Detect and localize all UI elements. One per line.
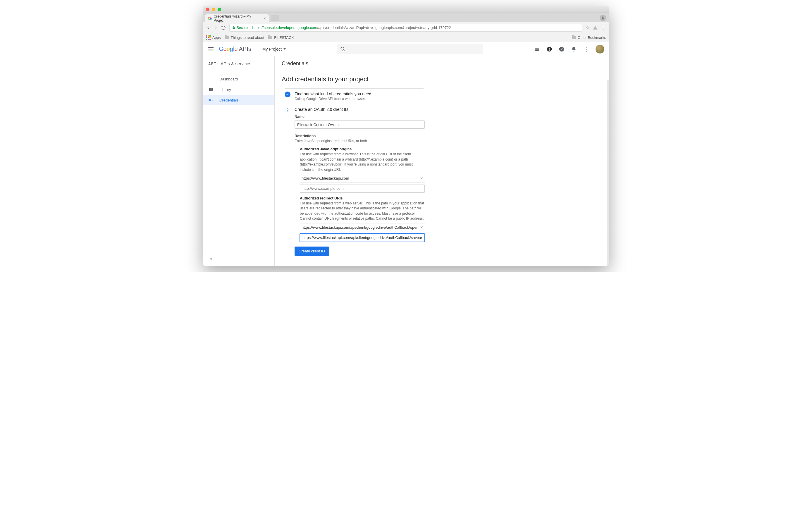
sidebar-item-dashboard[interactable]: Dashboard <box>203 74 274 84</box>
overflow-icon[interactable]: ⋮ <box>583 46 589 52</box>
svg-rect-10 <box>209 88 210 91</box>
svg-rect-6 <box>549 48 550 50</box>
svg-point-14 <box>209 99 211 101</box>
user-avatar[interactable] <box>596 45 604 54</box>
sidebar-item-label: Credentials <box>219 98 239 102</box>
step2-title: Create an OAuth 2.0 client ID <box>294 107 425 112</box>
project-name: My Project <box>262 47 282 51</box>
window-close-icon[interactable] <box>206 8 209 11</box>
nav-forward-icon[interactable] <box>213 25 218 30</box>
console-header: Google APIs My Project ? ⋮ <box>203 42 609 56</box>
search-icon <box>340 47 345 52</box>
scrollbar[interactable] <box>607 80 609 266</box>
page-heading: Add credentials to your project <box>282 75 602 83</box>
origin-input[interactable] <box>300 185 425 193</box>
step-number: 2 <box>285 107 290 113</box>
search-input[interactable] <box>337 44 483 54</box>
svg-rect-1 <box>535 48 537 49</box>
key-icon <box>208 98 213 102</box>
address-bar[interactable]: Secure | https://console.developers.goog… <box>229 24 582 32</box>
window-minimize-icon[interactable] <box>212 8 215 11</box>
svg-rect-12 <box>211 88 212 91</box>
bookmark-folder-filestack[interactable]: FILESTACK <box>268 36 294 40</box>
window-zoom-icon[interactable] <box>218 8 221 11</box>
svg-rect-11 <box>210 88 211 91</box>
google-favicon-icon <box>208 17 212 21</box>
svg-rect-3 <box>535 50 537 51</box>
hamburger-menu-icon[interactable] <box>208 47 213 51</box>
bookmark-other-label: Other Bookmarks <box>578 36 606 40</box>
redirect-entry-row: https://www.filestackapi.com/api/client/… <box>300 223 425 232</box>
name-input[interactable] <box>294 121 425 129</box>
svg-rect-4 <box>537 50 540 51</box>
extension-icon[interactable] <box>593 25 598 30</box>
url-host: https://console.developers.google.com <box>252 25 317 30</box>
dashboard-icon <box>208 77 213 81</box>
page-title: Credentials <box>275 56 609 71</box>
wizard-step-1: Find out what kind of credentials you ne… <box>285 88 423 104</box>
sidebar-item-label: Dashboard <box>219 77 238 81</box>
bookmark-apps[interactable]: Apps <box>206 35 221 40</box>
restrictions-label: Restrictions <box>294 134 425 138</box>
name-label: Name <box>294 115 425 119</box>
nav-reload-icon[interactable] <box>221 25 226 30</box>
bookmark-apps-label: Apps <box>212 36 221 40</box>
browser-tab-active[interactable]: Credentials wizard – My Projec × <box>205 14 269 22</box>
svg-rect-16 <box>212 100 212 101</box>
sidebar-item-credentials[interactable]: Credentials <box>203 95 274 105</box>
bookmarks-bar: Apps Things to read about FILESTACK Othe… <box>203 33 609 42</box>
library-icon <box>208 87 213 92</box>
tab-title: Credentials wizard – My Projec <box>214 14 261 23</box>
url-path: /apis/credentials/wizard?api=drive.googl… <box>317 25 451 30</box>
redirect-input[interactable] <box>300 234 425 242</box>
chrome-toolbar: Secure | https://console.developers.goog… <box>203 22 609 33</box>
chrome-profile-icon[interactable] <box>600 15 606 21</box>
svg-rect-13 <box>212 88 213 91</box>
sidebar-item-library[interactable]: Library <box>203 84 274 95</box>
chrome-tab-strip: Credentials wizard – My Projec × <box>203 13 609 22</box>
google-apis-logo[interactable]: Google APIs <box>219 46 251 52</box>
redirect-title: Authorized redirect URIs <box>300 196 425 200</box>
svg-rect-2 <box>537 48 540 49</box>
sidebar: API APIs & services Dashboard Library Cr… <box>203 56 275 266</box>
svg-text:?: ? <box>561 47 563 51</box>
secure-label: Secure <box>237 26 248 30</box>
gift-icon[interactable] <box>534 46 540 52</box>
alert-icon[interactable] <box>546 46 552 52</box>
project-selector[interactable]: My Project <box>262 47 286 51</box>
help-icon[interactable]: ? <box>559 46 565 52</box>
chrome-menu-icon[interactable]: ⋮ <box>601 25 606 31</box>
step1-title: Find out what kind of credentials you ne… <box>294 92 423 96</box>
bookmark-filestack-label: FILESTACK <box>274 36 294 40</box>
bookmark-star-icon[interactable]: ☆ <box>585 25 590 30</box>
new-tab-button[interactable] <box>271 15 279 21</box>
remove-redirect-icon[interactable]: × <box>419 225 425 230</box>
sidebar-collapse-icon[interactable] <box>203 252 274 266</box>
origin-value: https://www.filestackapi.com <box>300 176 419 180</box>
nav-back-icon[interactable] <box>206 25 211 30</box>
api-badge-icon: API <box>208 61 216 66</box>
bookmark-folder-other[interactable]: Other Bookmarks <box>572 36 606 40</box>
folder-icon <box>572 36 576 39</box>
folder-icon <box>268 36 272 39</box>
apps-grid-icon <box>206 35 211 40</box>
bell-icon[interactable] <box>571 46 577 52</box>
sidebar-title: APIs & services <box>220 61 251 66</box>
sidebar-item-label: Library <box>219 87 231 92</box>
main-content: Credentials Add credentials to your proj… <box>275 56 609 266</box>
step1-subtitle: Calling Google Drive API from a web brow… <box>294 97 423 101</box>
mac-titlebar <box>203 6 609 13</box>
origins-title: Authorized JavaScript origins <box>300 147 425 151</box>
secure-lock-icon: Secure <box>232 26 248 30</box>
bookmark-folder-read[interactable]: Things to read about <box>225 36 264 40</box>
caret-down-icon <box>283 48 286 50</box>
folder-icon <box>225 36 229 39</box>
remove-origin-icon[interactable]: × <box>419 176 425 181</box>
sidebar-header: API APIs & services <box>203 56 274 71</box>
origin-entry-row: https://www.filestackapi.com × <box>300 174 425 183</box>
bookmark-read-label: Things to read about <box>231 36 264 40</box>
create-client-id-button[interactable]: Create client ID <box>294 246 329 256</box>
origins-help: For use with requests from a browser. Th… <box>300 152 425 172</box>
redirect-value: https://www.filestackapi.com/api/client/… <box>300 225 419 230</box>
tab-close-icon[interactable]: × <box>264 16 266 21</box>
